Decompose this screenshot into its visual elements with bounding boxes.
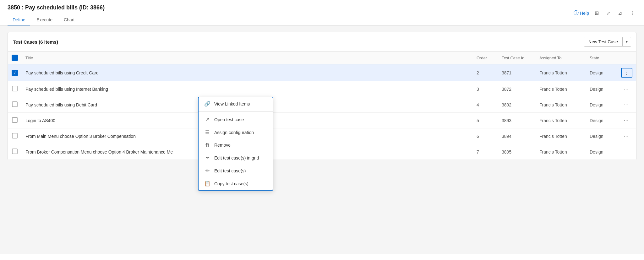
context-menu-item-assign-config[interactable]: ☰ Assign configuration	[199, 126, 273, 139]
new-test-case-btn-group: New Test Case ▾	[584, 37, 631, 47]
row-action-6: ⋯	[617, 144, 636, 160]
context-menu-label-open-test: Open test case	[214, 117, 244, 122]
row-state-5: Design	[586, 128, 617, 144]
tab-define[interactable]: Define	[8, 15, 30, 25]
table-row: Pay scheduled bills using Internet Banki…	[8, 81, 636, 97]
row-state-3: Design	[586, 97, 617, 113]
row-checkbox-6[interactable]	[12, 149, 18, 154]
table-row: From Broker Compensation Menu choose Opt…	[8, 144, 636, 160]
expand-icon: ⤢	[606, 10, 610, 16]
grid-view-button[interactable]: ⊞	[593, 9, 601, 17]
row-checkbox-1[interactable]: ✓	[12, 70, 18, 76]
column-header-title: Title	[22, 51, 473, 64]
context-menu-item-remove[interactable]: 🗑 Remove	[199, 139, 273, 151]
row-checkbox-5[interactable]	[12, 133, 18, 138]
header: 3850 : Pay scheduled bills (ID: 3866) De…	[0, 0, 644, 26]
row-checkbox-3[interactable]	[12, 101, 18, 107]
row-id-2: 3872	[498, 81, 536, 97]
row-checkbox-cell	[8, 113, 22, 128]
panel-header: Test Cases (6 items) New Test Case ▾	[8, 32, 636, 51]
menu-divider	[199, 111, 273, 112]
context-menu-item-edit-grid[interactable]: ✒ Edit test case(s) in grid	[199, 151, 273, 164]
help-link[interactable]: ⓘ Help	[574, 10, 589, 16]
row-title-2: Pay scheduled bills using Internet Banki…	[22, 81, 473, 97]
context-menu-label-remove: Remove	[214, 143, 231, 148]
filter-icon: ⊿	[618, 10, 622, 16]
row-state-1: Design	[586, 64, 617, 81]
tab-execute[interactable]: Execute	[31, 15, 57, 25]
column-header-test-case-id: Test Case Id	[498, 51, 536, 64]
row-id-1: 3871	[498, 64, 536, 81]
context-menu: 🔗 View Linked Items ↗ Open test case ☰ A…	[198, 97, 273, 191]
context-menu-label-assign-config: Assign configuration	[214, 130, 254, 135]
expand-button[interactable]: ⤢	[604, 9, 612, 17]
app-container: 3850 : Pay scheduled bills (ID: 3866) De…	[0, 0, 644, 260]
row-assigned-3: Francis Totten	[536, 97, 586, 113]
open-icon: ↗	[204, 116, 210, 122]
link-icon: 🔗	[204, 101, 210, 107]
row-order-5: 6	[473, 128, 498, 144]
row-checkbox-cell: ✓	[8, 64, 22, 81]
column-header-order: Order	[473, 51, 498, 64]
context-menu-item-edit[interactable]: ✏ Edit test case(s)	[199, 164, 273, 177]
row-id-6: 3895	[498, 144, 536, 160]
row-more-button-2[interactable]: ⋯	[621, 85, 631, 93]
context-menu-item-open-test[interactable]: ↗ Open test case	[199, 113, 273, 126]
tabs: Define Execute Chart	[8, 15, 105, 25]
new-test-case-dropdown-button[interactable]: ▾	[622, 37, 631, 46]
list-icon: ☰	[204, 129, 210, 135]
edit-icon: ✏	[204, 168, 210, 174]
context-menu-label-edit-grid: Edit test case(s) in grid	[214, 155, 259, 160]
help-label: Help	[580, 11, 589, 16]
test-cases-panel: Test Cases (6 items) New Test Case ▾ −	[8, 32, 636, 160]
chevron-down-icon: ▾	[626, 40, 628, 44]
row-title-1: Pay scheduled bills using Credit Card	[22, 64, 473, 81]
filter-button[interactable]: ⊿	[616, 9, 624, 17]
row-checkbox-cell	[8, 81, 22, 97]
column-header-state: State	[586, 51, 617, 64]
panel-title: Test Cases (6 items)	[13, 39, 58, 45]
select-all-checkbox[interactable]: −	[12, 55, 18, 61]
table-row: Pay scheduled bills using Debit Card 4 3…	[8, 97, 636, 113]
row-checkbox-4[interactable]	[12, 117, 18, 123]
row-more-button-3[interactable]: ⋯	[621, 100, 631, 109]
page-title: 3850 : Pay scheduled bills (ID: 3866)	[8, 4, 105, 11]
context-menu-item-copy[interactable]: 📋 Copy test case(s)	[199, 177, 273, 190]
context-menu-item-view-linked[interactable]: 🔗 View Linked Items	[199, 97, 273, 110]
table-container: − Title Order Test Case Id Assigned To S…	[8, 51, 636, 160]
row-order-6: 7	[473, 144, 498, 160]
column-header-action	[617, 51, 636, 64]
more-options-button[interactable]: ⋮	[628, 9, 636, 17]
row-more-button-1[interactable]: ⋮	[621, 68, 632, 78]
row-order-3: 4	[473, 97, 498, 113]
help-circle-icon: ⓘ	[574, 10, 579, 16]
row-state-6: Design	[586, 144, 617, 160]
tab-chart[interactable]: Chart	[59, 15, 79, 25]
table-row: From Main Menu choose Option 3 Broker Co…	[8, 128, 636, 144]
row-more-button-6[interactable]: ⋯	[621, 148, 631, 156]
row-more-button-4[interactable]: ⋯	[621, 116, 631, 125]
row-more-button-5[interactable]: ⋯	[621, 132, 631, 140]
content: Test Cases (6 items) New Test Case ▾ −	[0, 26, 644, 254]
row-order-1: 2	[473, 64, 498, 81]
row-checkbox-2[interactable]	[12, 86, 18, 91]
grid-icon: ⊞	[595, 10, 599, 16]
header-left: 3850 : Pay scheduled bills (ID: 3866) De…	[8, 4, 105, 25]
new-test-case-button[interactable]: New Test Case	[584, 37, 622, 46]
row-action-3: ⋯	[617, 97, 636, 113]
row-state-4: Design	[586, 113, 617, 128]
row-assigned-5: Francis Totten	[536, 128, 586, 144]
row-action-5: ⋯	[617, 128, 636, 144]
row-assigned-6: Francis Totten	[536, 144, 586, 160]
edit-grid-icon: ✒	[204, 155, 210, 161]
row-id-5: 3894	[498, 128, 536, 144]
context-menu-label-copy: Copy test case(s)	[214, 181, 248, 186]
header-right: ⓘ Help ⊞ ⤢ ⊿ ⋮	[574, 9, 636, 21]
table-row: ✓ Pay scheduled bills using Credit Card …	[8, 64, 636, 81]
table-row: Login to AS400 5 3893 Francis Totten Des…	[8, 113, 636, 128]
row-assigned-1: Francis Totten	[536, 64, 586, 81]
row-id-3: 3892	[498, 97, 536, 113]
row-state-2: Design	[586, 81, 617, 97]
more-icon: ⋮	[630, 10, 635, 16]
row-action-4: ⋯	[617, 113, 636, 128]
